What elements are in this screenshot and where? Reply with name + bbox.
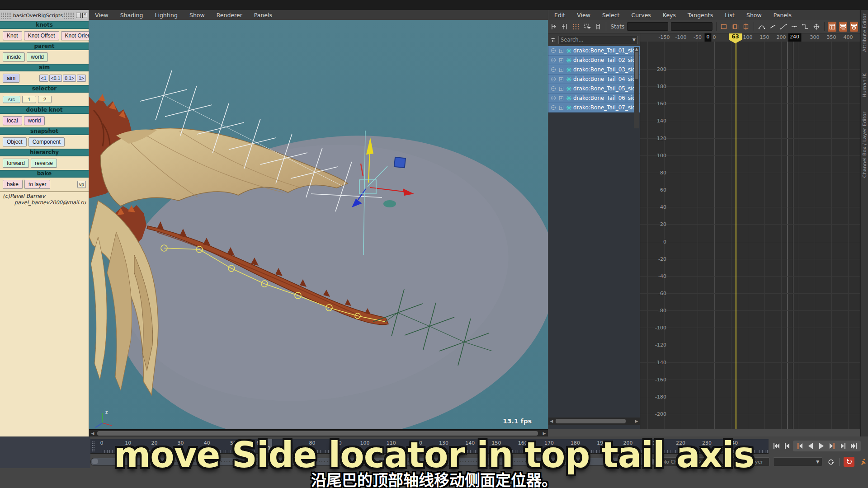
graph-menu-panels[interactable]: Panels [768,10,797,20]
anim-layer-dropdown[interactable]: ▼ [773,457,823,466]
playback-loop-icon[interactable] [826,457,836,467]
stacked-curves-icon[interactable] [839,22,847,32]
play-backwards-button[interactable] [806,441,816,450]
viewport-hscrollbar[interactable]: ◀ ▶ [89,429,548,437]
outliner-row[interactable]: drako:Bone_Tail_05_side [548,84,640,94]
expand-icon[interactable] [558,104,564,111]
aim-1-button[interactable]: <1 [39,75,48,82]
outliner-vscrollbar[interactable]: ▲ [634,47,639,128]
viewport-menu-panels[interactable]: Panels [248,10,278,20]
viewport-menu-lighting[interactable]: Lighting [149,10,184,20]
scroll-up-icon[interactable]: ▲ [634,47,639,51]
aim-0-1-button[interactable]: 0.1> [63,75,76,82]
stats-time-field[interactable] [627,22,668,31]
collapse-icon[interactable] [550,95,557,101]
bake-bake-button[interactable]: bake [3,180,23,189]
expand-icon[interactable] [558,66,564,73]
aim-0-1-button[interactable]: <0.1 [49,75,62,82]
bake-vp-button[interactable]: vp [77,181,86,188]
aim-aim-button[interactable]: aim [3,74,19,83]
selector-2-button[interactable]: 2 [38,96,52,103]
search-input[interactable]: Search... ▼ [558,36,638,44]
snapshot-component-button[interactable]: Component [28,137,65,146]
retime-tool-icon[interactable] [594,22,602,32]
graph-menu-keys[interactable]: Keys [657,10,682,20]
hierarchy-forward-button[interactable]: forward [3,159,29,168]
collapse-icon[interactable] [550,85,557,92]
graph-menu-edit[interactable]: Edit [548,10,571,20]
play-forwards-button[interactable] [816,441,826,450]
knots-knot-button[interactable]: Knot [3,31,22,40]
spreadsheet-icon[interactable] [828,22,836,32]
outliner-row[interactable]: drako:Bone_Tail_07_side [548,103,640,113]
snapshot-object-button[interactable]: Object [3,137,27,146]
selector-1-button[interactable]: 1 [22,96,36,103]
drag-grip-icon[interactable] [91,441,95,452]
outliner-row[interactable]: drako:Bone_Tail_02_side [548,56,640,65]
viewport-menu-show[interactable]: Show [184,10,211,20]
auto-tangents-icon[interactable] [758,22,766,32]
parent-world-button[interactable]: world [27,52,48,61]
outliner-row[interactable]: drako:Bone_Tail_06_side [548,94,640,103]
selector-src-button[interactable]: src [3,96,20,103]
frame-playback-icon[interactable] [731,22,739,32]
graph-menu-tangents[interactable]: Tangents [682,10,719,20]
scrollbar-thumb[interactable] [97,431,538,436]
side-tab-attribute-editor[interactable]: Attribute Editor [862,14,868,52]
time-slider[interactable]: 0102030405060708090100110120130140150160… [90,439,769,454]
flat-tangents-icon[interactable] [790,22,798,32]
stats-value-field[interactable] [671,22,712,31]
frame-all-icon[interactable] [720,22,728,32]
expand-icon[interactable] [558,95,564,101]
double-knot-local-button[interactable]: local [3,116,22,125]
outliner-row[interactable]: drako:Bone_Tail_04_side [548,75,640,84]
drag-grip-icon[interactable] [1,12,12,19]
scroll-right-icon[interactable]: ▶ [634,418,639,424]
clock-icon[interactable] [850,22,858,32]
side-tab-human-ik[interactable]: Human IK [862,73,868,98]
auto-keyframe-button[interactable] [844,457,854,467]
chevron-down-icon[interactable]: ▼ [816,460,819,464]
close-icon[interactable] [82,13,87,18]
filter-swap-icon[interactable] [550,37,557,43]
graph-canvas[interactable]: 200180160140120100806040200-20-40-60-80-… [640,42,860,429]
double-knot-world-button[interactable]: world [24,116,45,125]
character-set-field[interactable]: No Character Set [659,457,720,466]
range-end-handle[interactable] [648,459,654,464]
go-to-end-button[interactable] [849,441,859,450]
bake-to-layer-button[interactable]: to layer [24,180,50,189]
outliner-row[interactable]: drako:Bone_Tail_03_side [548,65,640,75]
expand-icon[interactable] [558,85,564,92]
drag-grip-icon[interactable] [64,12,75,19]
chevron-down-icon[interactable]: ▼ [632,38,636,42]
range-end-tag[interactable]: 240 [788,33,801,42]
viewport-menu-shading[interactable]: Shading [114,10,149,20]
viewport-3d[interactable]: z 13.1 fps [89,20,548,429]
anim-layer-field[interactable]: No Anim Layer [723,457,769,466]
spline-tangents-icon[interactable] [769,22,777,32]
popout-icon[interactable] [76,13,81,18]
collapse-icon[interactable] [550,76,557,82]
parent-inside-button[interactable]: inside [3,52,25,61]
expand-icon[interactable] [558,47,564,54]
range-slider[interactable] [90,458,656,466]
collapse-icon[interactable] [550,66,557,73]
step-forward-key-button[interactable] [827,441,837,450]
move-keys-icon[interactable] [812,22,820,32]
graph-menu-list[interactable]: List [719,10,741,20]
step-back-key-button[interactable] [795,441,805,450]
panel-title-bar[interactable]: basicOverRigScripts [0,10,89,21]
collapse-icon[interactable] [550,104,557,111]
side-tab-channel-box-layer-editor[interactable]: Channel Box / Layer Editor [862,112,868,178]
center-current-time-icon[interactable] [742,22,750,32]
scroll-left-icon[interactable]: ◀ [549,418,554,424]
aim-1-button[interactable]: 1> [77,75,86,82]
step-tangents-icon[interactable] [801,22,809,32]
scrollbar-thumb[interactable] [635,52,638,79]
viewport-menu-renderer[interactable]: Renderer [211,10,248,20]
graph-menu-view[interactable]: View [571,10,596,20]
playhead-line[interactable] [736,42,736,429]
hierarchy-reverse-button[interactable]: reverse [31,159,57,168]
viewport-menu-view[interactable]: View [89,10,114,20]
graph-menu-select[interactable]: Select [596,10,626,20]
